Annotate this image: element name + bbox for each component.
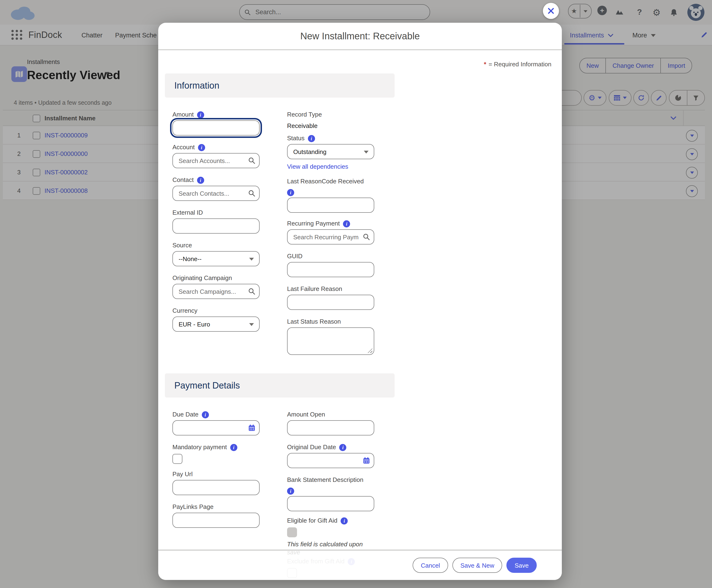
calendar-icon[interactable] xyxy=(363,457,370,464)
field-last-failure-reason: Last Failure Reason xyxy=(287,285,374,310)
view-dependencies-link[interactable]: View all dependencies xyxy=(287,163,374,171)
info-icon[interactable] xyxy=(341,517,348,524)
eligible-gift-aid-checkbox xyxy=(287,527,297,537)
modal-title: New Installment: Receivable xyxy=(300,30,420,41)
info-icon[interactable] xyxy=(198,144,205,151)
pay-url-input[interactable] xyxy=(172,480,260,495)
chevron-down-icon xyxy=(249,258,254,260)
required-note: *= Required Information xyxy=(484,61,552,68)
guid-input[interactable] xyxy=(287,262,374,277)
cancel-button[interactable]: Cancel xyxy=(413,558,448,573)
bank-statement-description-input[interactable] xyxy=(287,496,374,511)
info-icon[interactable] xyxy=(197,176,204,184)
section-information: Information xyxy=(165,74,395,98)
modal-header: New Installment: Receivable xyxy=(158,23,562,50)
modal-close-button[interactable] xyxy=(543,3,559,19)
field-recurring-payment: Recurring Payment xyxy=(287,220,374,245)
search-icon xyxy=(248,157,255,164)
recurring-payment-lookup-input[interactable] xyxy=(287,229,374,245)
search-icon xyxy=(248,190,255,197)
field-original-due-date: Original Due Date xyxy=(287,443,374,468)
field-pay-url: Pay Url xyxy=(172,470,260,495)
field-originating-campaign: Originating Campaign xyxy=(172,274,260,299)
modal-footer: Cancel Save & New Save xyxy=(158,550,562,580)
status-select[interactable]: Outstanding xyxy=(287,144,374,159)
info-icon[interactable] xyxy=(343,220,350,227)
contact-lookup-input[interactable] xyxy=(172,186,260,201)
info-icon[interactable] xyxy=(230,444,237,451)
search-icon xyxy=(248,288,255,295)
last-reasoncode-input[interactable] xyxy=(287,197,374,213)
field-currency: Currency EUR - Euro xyxy=(172,307,260,332)
record-type-value: Receivable xyxy=(287,122,374,129)
due-date-input[interactable] xyxy=(172,420,260,436)
info-icon[interactable] xyxy=(287,189,294,196)
info-icon[interactable] xyxy=(202,411,209,418)
mandatory-payment-checkbox[interactable] xyxy=(172,454,182,464)
field-last-status-reason: Last Status Reason xyxy=(287,318,374,355)
new-installment-modal: New Installment: Receivable *= Required … xyxy=(158,23,562,580)
info-icon[interactable] xyxy=(340,444,347,451)
information-left-column: Amount Account Contact xyxy=(172,111,260,363)
search-icon xyxy=(363,233,370,240)
info-icon[interactable] xyxy=(308,135,315,142)
field-amount: Amount xyxy=(172,111,260,135)
currency-select[interactable]: EUR - Euro xyxy=(172,316,260,332)
field-external-id: External ID xyxy=(172,209,260,234)
amount-input[interactable] xyxy=(172,120,260,135)
info-icon[interactable] xyxy=(287,487,294,495)
modal-body: *= Required Information Information Amou… xyxy=(158,50,562,580)
source-select[interactable]: --None-- xyxy=(172,251,260,266)
last-failure-reason-input[interactable] xyxy=(287,295,374,310)
amount-open-input[interactable] xyxy=(287,420,374,436)
screen: ★ + ? ⚙ xyxy=(0,0,712,588)
field-paylinks-page: PayLinks Page xyxy=(172,503,260,528)
account-lookup-input[interactable] xyxy=(172,153,260,168)
field-mandatory-payment: Mandatory payment xyxy=(172,443,260,464)
field-contact: Contact xyxy=(172,176,260,201)
required-asterisk: * xyxy=(484,61,486,68)
original-due-date-input[interactable] xyxy=(287,453,374,468)
calendar-icon[interactable] xyxy=(248,424,255,432)
save-button[interactable]: Save xyxy=(506,558,537,573)
chevron-down-icon xyxy=(249,323,254,326)
last-status-reason-textarea[interactable] xyxy=(287,328,374,355)
campaign-lookup-input[interactable] xyxy=(172,284,260,299)
paylinks-page-input[interactable] xyxy=(172,513,260,528)
field-bank-statement-description: Bank Statement Description xyxy=(287,476,374,511)
chevron-down-icon xyxy=(364,151,369,153)
field-guid: GUID xyxy=(287,253,374,277)
external-id-input[interactable] xyxy=(172,218,260,234)
field-account: Account xyxy=(172,144,260,168)
field-record-type: Record Type Receivable xyxy=(287,111,374,129)
section-payment-details: Payment Details xyxy=(165,373,395,398)
close-icon xyxy=(547,7,555,15)
info-icon[interactable] xyxy=(197,111,204,118)
field-due-date: Due Date xyxy=(172,411,260,436)
information-fields: Amount Account Contact xyxy=(158,111,562,363)
field-status: Status Outstanding View all dependencies xyxy=(287,134,374,171)
field-source: Source --None-- xyxy=(172,241,260,266)
save-and-new-button[interactable]: Save & New xyxy=(452,558,502,573)
information-right-column: Record Type Receivable Status Outstandin… xyxy=(287,111,374,363)
field-last-reasoncode: Last ReasonCode Received xyxy=(287,178,374,213)
field-amount-open: Amount Open xyxy=(287,411,374,436)
